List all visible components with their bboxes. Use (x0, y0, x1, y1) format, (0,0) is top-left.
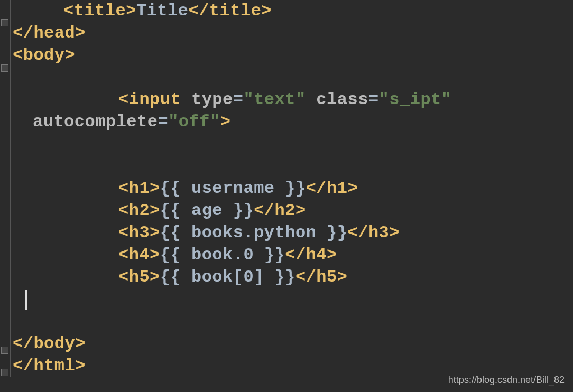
tag-body-open: <body> (13, 45, 75, 65)
fold-marker-icon[interactable] (1, 369, 8, 376)
tag-h5-open: <h5> (118, 267, 160, 287)
fold-marker-icon[interactable] (1, 64, 8, 72)
blank-line (13, 133, 573, 155)
title-text: Title (136, 1, 189, 21)
code-line[interactable]: </head> (13, 22, 573, 44)
tag-body-close: </body> (13, 334, 86, 353)
h4-content: {{ book.0 }} (160, 245, 285, 265)
fold-marker-icon[interactable] (1, 347, 8, 354)
code-line[interactable]: <h4>{{ book.0 }}</h4> (13, 244, 573, 266)
code-editor[interactable]: <title>Title</title> </head> <body> <inp… (0, 0, 573, 377)
tag-h4-close: </h4> (285, 245, 337, 265)
code-line[interactable]: </body> (13, 333, 573, 355)
tag-h3-open: <h3> (118, 223, 160, 242)
blank-line (13, 155, 573, 178)
tag-h2-close: </h2> (254, 201, 306, 220)
code-line[interactable]: </html> (13, 355, 573, 377)
tag-title-open: <title> (63, 1, 136, 21)
code-line[interactable]: <h5>{{ book[0] }}</h5> (13, 266, 573, 288)
tag-h1-close: </h1> (306, 179, 358, 198)
code-line[interactable]: <body> (13, 44, 573, 67)
h5-content: {{ book[0] }} (160, 267, 295, 287)
code-line[interactable]: autocomplete="off"> (13, 111, 573, 133)
code-line-cursor[interactable] (13, 288, 573, 311)
attr-autocomplete: autocomplete (33, 112, 158, 132)
attr-type: type (191, 90, 233, 109)
h1-content: {{ username }} (160, 179, 306, 198)
code-line[interactable]: <h1>{{ username }}</h1> (13, 178, 573, 200)
tag-input-close: > (220, 112, 231, 132)
fold-marker-icon[interactable] (1, 19, 8, 26)
tag-h5-close: </h5> (295, 267, 348, 287)
watermark-text: https://blog.csdn.net/Bill_82 (448, 375, 565, 386)
val-class: "s_ipt" (379, 90, 452, 109)
tag-h1-open: <h1> (118, 179, 160, 198)
blank-line (13, 311, 573, 333)
text-cursor (25, 290, 27, 310)
tag-h3-close: </h3> (347, 223, 400, 242)
code-line[interactable]: <h2>{{ age }}</h2> (13, 200, 573, 222)
blank-line (13, 67, 573, 89)
val-type: "text" (243, 90, 306, 109)
tag-h4-open: <h4> (118, 245, 160, 265)
code-line[interactable]: <input type="text" class="s_ipt" (13, 89, 573, 111)
code-line[interactable]: <title>Title</title> (13, 0, 573, 22)
attr-class: class (316, 90, 368, 109)
val-autocomplete: "off" (168, 112, 220, 132)
tag-title-close: </title> (188, 1, 272, 21)
h2-content: {{ age }} (160, 201, 254, 220)
tag-html-close: </html> (13, 356, 86, 376)
tag-input-open: <input (118, 90, 181, 109)
tag-h2-open: <h2> (118, 201, 160, 220)
editor-gutter (0, 0, 11, 377)
code-line[interactable]: <h3>{{ books.python }}</h3> (13, 222, 573, 244)
tag-head-close: </head> (13, 23, 86, 43)
h3-content: {{ books.python }} (160, 223, 348, 242)
